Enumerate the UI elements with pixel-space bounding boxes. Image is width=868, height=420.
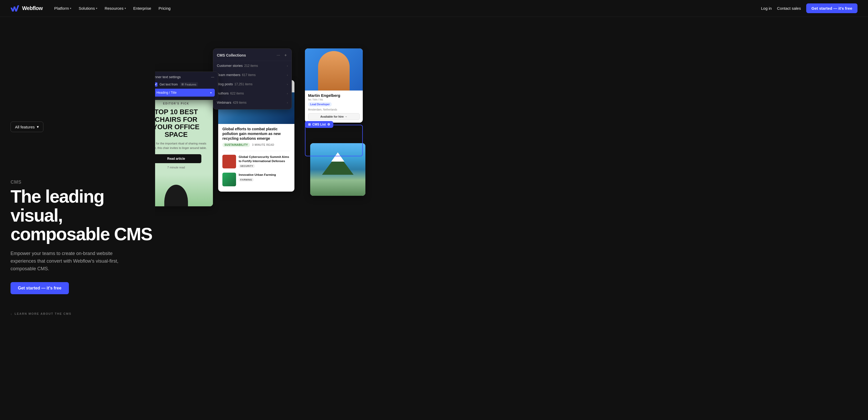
profile-body-shape (318, 51, 350, 90)
learn-more-link[interactable]: ↓ LEARN MORE ABOUT THE CMS (10, 312, 155, 315)
all-features-button[interactable]: All features ▾ (10, 121, 43, 132)
nav-link-resources[interactable]: Resources ▾ (101, 4, 129, 12)
profile-name: Martin Engelberg (308, 93, 360, 97)
navbar: Webflow Platform ▾ Solutions ▾ Resources… (0, 0, 868, 17)
nav-contact-link[interactable]: Contact sales (777, 6, 801, 10)
cms-add-button[interactable]: + (283, 52, 288, 58)
collapse-icon[interactable]: — (211, 75, 214, 79)
chevron-right-icon: › (287, 92, 288, 95)
weekly-small-image-2 (222, 173, 236, 186)
cms-collection-authors[interactable]: Authors 622 items › (213, 89, 291, 98)
weekly-small-article-2: Innovative Urban Farming FARMING (218, 170, 294, 189)
chevron-down-icon: ▾ (70, 7, 71, 10)
profile-badges: Lead Developer (308, 102, 360, 107)
hero-description: Empower your teams to create on-brand we… (10, 250, 131, 272)
chair-shape (164, 185, 188, 206)
cms-icon: ⊞ (308, 123, 311, 126)
cms-collections-panel: CMS Collections ··· + Customer stories 2… (213, 49, 292, 110)
chevron-down-icon: ▾ (96, 7, 97, 10)
chevron-right-icon: › (287, 64, 288, 67)
article-read-button[interactable]: Read article (155, 154, 202, 163)
hero-tag: CMS (10, 179, 155, 185)
profile-pronouns: he / him / his (308, 98, 360, 101)
available-for-hire-button[interactable]: Available for hire → (308, 113, 360, 120)
article-card-title: TOP 10 BEST CHAIRS FOR YOUR OFFICE SPACE (155, 108, 208, 138)
weekly-sustainability-tag: SUSTAINABILITY (222, 143, 250, 147)
get-text-checkbox[interactable] (155, 82, 157, 87)
weekly-small-image-1 (222, 155, 236, 168)
weekly-small-article-1: Global Cybersecurity Summit Aims to Fort… (218, 152, 294, 170)
chevron-right-icon: › (287, 83, 288, 86)
cms-collection-customer-stories[interactable]: Customer stories 212 items › (213, 61, 291, 70)
nav-link-platform[interactable]: Platform ▾ (51, 4, 74, 12)
chevron-down-icon: ▾ (210, 91, 212, 94)
profile-location: Amsterdam, Netherlands (308, 108, 360, 111)
chevron-right-icon: › (287, 74, 288, 77)
nav-cta-button[interactable]: Get started — it's free (806, 3, 858, 13)
cms-list-box (305, 125, 363, 156)
article-min-read: 7 minute read (155, 166, 208, 169)
nav-link-enterprise[interactable]: Enterprise (130, 4, 154, 12)
editors-pick-label: EDITOR'S PICK (155, 102, 208, 105)
cms-collection-blog-posts[interactable]: Blog posts 17,251 items › (213, 80, 291, 89)
cms-collections-title: CMS Collections (217, 53, 246, 57)
cms-collection-team-members[interactable]: Team members 617 items › (213, 70, 291, 80)
nav-login-link[interactable]: Log in (761, 6, 772, 10)
chevron-down-icon: ▾ (125, 7, 126, 10)
hero-cta-button[interactable]: Get started — it's free (10, 282, 69, 294)
cms-collection-webinars[interactable]: Webinars 429 items › (213, 98, 291, 107)
features-badge: ⊞ Features (180, 82, 198, 87)
inner-text-settings-title: Inner text settings (155, 75, 181, 79)
cms-collections-actions: ··· + (276, 52, 288, 58)
cms-collections-header: CMS Collections ··· + (213, 52, 291, 61)
profile-role-badge: Lead Developer (308, 102, 332, 107)
article-chair-image (155, 174, 213, 206)
nav-right: Log in Contact sales Get started — it's … (761, 3, 858, 13)
settings-icon: ⚙ (327, 123, 330, 126)
cms-more-button[interactable]: ··· (276, 52, 281, 58)
nav-link-pricing[interactable]: Pricing (155, 4, 174, 12)
chevron-down-icon: ▾ (37, 124, 39, 129)
get-text-label: Get text from (160, 83, 178, 86)
arrow-down-icon: ↓ (10, 312, 12, 315)
nav-links: Platform ▾ Solutions ▾ Resources ▾ Enter… (51, 4, 761, 12)
webflow-logo-icon (10, 5, 20, 11)
inner-text-settings-panel: Inner text settings — Get text from ⊞ Fe… (155, 72, 218, 100)
weekly-main-article-title: Global efforts to combat plastic polluti… (218, 124, 294, 143)
chevron-right-icon: › (287, 101, 288, 104)
weekly-min-read: 3 MINUTE READ (252, 143, 274, 146)
hero-right: CMS Collections ··· + Customer stories 2… (155, 27, 858, 420)
nav-link-solutions[interactable]: Solutions ▾ (75, 4, 100, 12)
weekly-divider (222, 151, 290, 151)
heading-title-dropdown[interactable]: Heading / Title ▾ (155, 89, 215, 96)
article-card: EDITOR'S PICK TOP 10 BEST CHAIRS FOR YOU… (155, 96, 213, 206)
cms-list-badge[interactable]: ⊞ CMS List ⚙ (305, 121, 333, 128)
hero-section: All features ▾ CMS The leading visual, c… (0, 17, 868, 420)
article-card-description: Named for the important ritual of sharin… (155, 141, 208, 150)
nav-logo-text: Webflow (22, 5, 42, 11)
profile-card: Martin Engelberg he / him / his Lead Dev… (305, 49, 363, 123)
hero-title: The leading visual, composable CMS (10, 187, 155, 244)
nav-logo[interactable]: Webflow (10, 5, 42, 11)
profile-image (305, 49, 363, 90)
hero-left: All features ▾ CMS The leading visual, c… (10, 27, 155, 420)
